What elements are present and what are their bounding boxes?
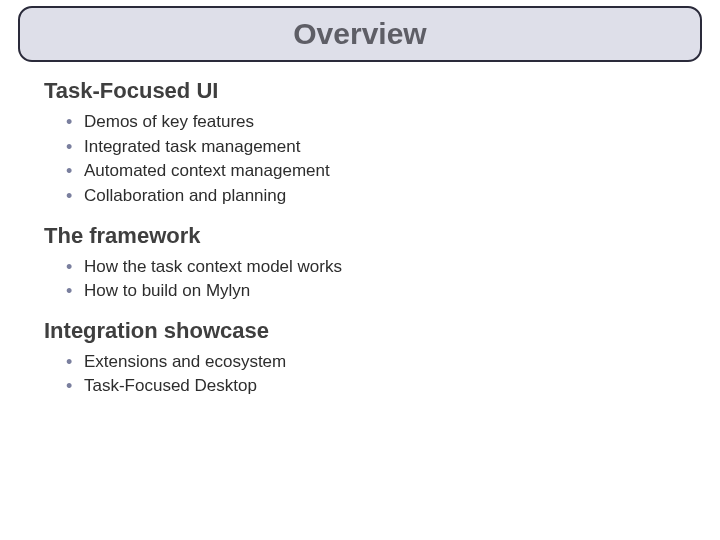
bullet-list: How the task context model works How to … [44,255,684,304]
slide-title: Overview [293,17,426,51]
slide-body: Task-Focused UI Demos of key features In… [44,78,684,399]
bullet-list: Demos of key features Integrated task ma… [44,110,684,209]
list-item: How to build on Mylyn [66,279,684,304]
section-heading: The framework [44,223,684,249]
list-item: Automated context management [66,159,684,184]
list-item: Integrated task management [66,135,684,160]
slide: Overview Task-Focused UI Demos of key fe… [0,0,720,540]
bullet-list: Extensions and ecosystem Task-Focused De… [44,350,684,399]
section-heading: Integration showcase [44,318,684,344]
slide-title-box: Overview [18,6,702,62]
list-item: Demos of key features [66,110,684,135]
list-item: Extensions and ecosystem [66,350,684,375]
section-heading: Task-Focused UI [44,78,684,104]
list-item: Task-Focused Desktop [66,374,684,399]
list-item: Collaboration and planning [66,184,684,209]
list-item: How the task context model works [66,255,684,280]
